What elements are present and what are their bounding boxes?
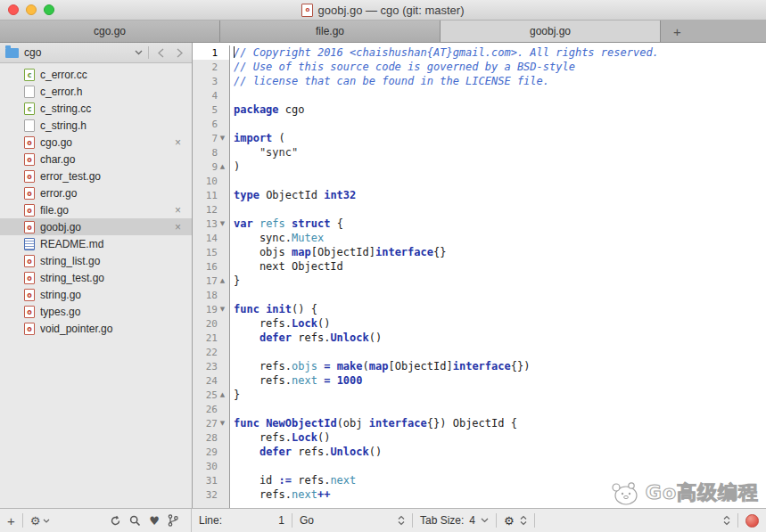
settings-menu-button[interactable]: ⚙ xyxy=(497,509,534,532)
code-line-10[interactable] xyxy=(230,174,766,188)
code-line-18[interactable] xyxy=(230,288,766,302)
fold-down-icon[interactable]: ▼ xyxy=(218,135,227,142)
line-number-13: 13▼ xyxy=(193,217,230,231)
back-button[interactable] xyxy=(154,48,168,58)
goto-line-control[interactable]: Line: 1 xyxy=(192,509,292,532)
fold-down-icon[interactable]: ▼ xyxy=(218,220,227,227)
fold-up-icon[interactable]: ▲ xyxy=(218,277,227,284)
language-selector[interactable]: Go xyxy=(292,509,412,532)
line-number-32: 32 xyxy=(193,487,230,502)
file-row-char.go[interactable]: char.go xyxy=(0,151,192,168)
file-row-c_error.h[interactable]: c_error.h xyxy=(0,83,192,100)
file-name: error_test.go xyxy=(40,170,192,183)
file-row-error.go[interactable]: error.go xyxy=(0,184,192,201)
actions-menu-button[interactable]: ⚙ xyxy=(23,514,58,528)
code-line-17[interactable]: } xyxy=(230,274,766,288)
code-line-4[interactable] xyxy=(230,88,766,102)
file-row-c_string.h[interactable]: c_string.h xyxy=(0,117,192,134)
code-line-19[interactable]: func init() { xyxy=(230,302,766,316)
new-tab-button[interactable]: + xyxy=(673,24,691,39)
forward-button[interactable] xyxy=(173,48,186,58)
close-file-button[interactable]: × xyxy=(175,136,192,149)
tab-bar-rest: + xyxy=(661,20,766,42)
code-line-27[interactable]: func NewObjectId(obj interface{}) Object… xyxy=(230,416,766,430)
file-row-file.go[interactable]: file.go× xyxy=(0,201,192,218)
record-macro-button[interactable] xyxy=(745,514,759,528)
file-name: goobj.go xyxy=(40,221,169,233)
code-line-5[interactable]: package cgo xyxy=(230,102,766,117)
gutter-filler xyxy=(193,502,230,508)
line-number-21: 21 xyxy=(193,331,230,345)
code-line-1[interactable]: // Copyright 2016 <chaishushan{AT}gmail.… xyxy=(230,45,766,60)
code-line-29[interactable]: defer refs.Unlock() xyxy=(230,445,766,459)
line-number-23: 23 xyxy=(193,359,230,373)
file-row-cgo.go[interactable]: cgo.go× xyxy=(0,134,192,151)
editor-lines: 1// Copyright 2016 <chaishushan{AT}gmail… xyxy=(193,43,766,502)
line-number-1: 1 xyxy=(193,45,230,60)
code-line-8[interactable]: "sync" xyxy=(230,145,766,160)
close-file-button[interactable]: × xyxy=(175,204,192,217)
line-number-27: 27▼ xyxy=(193,416,230,430)
file-row-error_test.go[interactable]: error_test.go xyxy=(0,168,192,184)
fold-up-icon[interactable]: ▲ xyxy=(218,163,227,170)
close-window-button[interactable] xyxy=(8,4,19,15)
tab-file.go[interactable]: file.go xyxy=(220,20,441,42)
code-line-13[interactable]: var refs struct { xyxy=(230,217,766,231)
code-line-31[interactable]: id := refs.next xyxy=(230,473,766,487)
file-row-c_error.cc[interactable]: c_error.cc xyxy=(0,66,192,83)
file-name: c_string.h xyxy=(40,119,192,132)
fold-down-icon[interactable]: ▼ xyxy=(218,306,227,313)
code-line-23[interactable]: refs.objs = make(map[ObjectId]interface{… xyxy=(230,359,766,373)
code-line-20[interactable]: refs.Lock() xyxy=(230,316,766,331)
close-file-button[interactable]: × xyxy=(175,221,192,233)
chevron-down-icon[interactable] xyxy=(135,50,143,55)
code-line-25[interactable]: } xyxy=(230,388,766,402)
statusbar-divider xyxy=(737,513,738,528)
code-line-2[interactable]: // Use of this source code is governed b… xyxy=(230,60,766,74)
code-line-7[interactable]: import ( xyxy=(230,131,766,145)
tab-cgo.go[interactable]: cgo.go xyxy=(0,20,220,42)
file-row-string_test.go[interactable]: string_test.go xyxy=(0,269,192,286)
fold-down-icon[interactable]: ▼ xyxy=(218,420,227,427)
code-line-16[interactable]: next ObjectId xyxy=(230,259,766,274)
code-line-28[interactable]: refs.Lock() xyxy=(230,430,766,445)
minimize-window-button[interactable] xyxy=(26,4,37,15)
code-line-9[interactable]: ) xyxy=(230,160,766,174)
code-line-21[interactable]: defer refs.Unlock() xyxy=(230,331,766,345)
file-row-void_pointer.go[interactable]: void_pointer.go xyxy=(0,320,192,337)
zoom-window-button[interactable] xyxy=(44,4,54,15)
favorites-heart-icon[interactable]: ♥ xyxy=(149,514,160,528)
file-row-string.go[interactable]: string.go xyxy=(0,286,192,303)
add-file-button[interactable]: + xyxy=(0,513,22,528)
line-number-22: 22 xyxy=(193,345,230,359)
tab-size-selector[interactable]: Tab Size: 4 xyxy=(413,509,496,532)
code-line-15[interactable]: objs map[ObjectId]interface{} xyxy=(230,245,766,259)
code-line-24[interactable]: refs.next = 1000 xyxy=(230,373,766,388)
file-row-README.md[interactable]: README.md xyxy=(0,235,192,252)
code-line-6[interactable] xyxy=(230,117,766,131)
tab-goobj.go[interactable]: goobj.go xyxy=(441,20,661,42)
code-line-11[interactable]: type ObjectId int32 xyxy=(230,188,766,202)
reload-icon[interactable] xyxy=(110,515,121,527)
fold-up-icon[interactable]: ▲ xyxy=(218,391,227,398)
git-branch-icon[interactable] xyxy=(168,514,178,527)
code-line-12[interactable] xyxy=(230,202,766,217)
code-line-30[interactable] xyxy=(230,459,766,473)
line-number-31: 31 xyxy=(193,473,230,487)
code-line-32[interactable]: refs.next++ xyxy=(230,487,766,502)
content-area: cgo c_error.ccc_error.hc_string.ccc_stri… xyxy=(0,43,766,508)
project-folder-name[interactable]: cgo xyxy=(24,46,129,59)
cc-file-icon xyxy=(24,69,35,81)
code-editor[interactable]: 1// Copyright 2016 <chaishushan{AT}gmail… xyxy=(193,43,766,508)
file-row-types.go[interactable]: types.go xyxy=(0,303,192,320)
code-line-3[interactable]: // license that can be found in the LICE… xyxy=(230,74,766,88)
code-line-26[interactable] xyxy=(230,402,766,416)
symbol-stepper[interactable] xyxy=(716,509,737,532)
sidebar-header: cgo xyxy=(0,43,192,63)
file-row-string_list.go[interactable]: string_list.go xyxy=(0,252,192,269)
file-row-c_string.cc[interactable]: c_string.cc xyxy=(0,100,192,117)
file-row-goobj.go[interactable]: goobj.go× xyxy=(0,218,192,235)
code-line-14[interactable]: sync.Mutex xyxy=(230,231,766,245)
search-icon[interactable] xyxy=(129,515,141,527)
code-line-22[interactable] xyxy=(230,345,766,359)
